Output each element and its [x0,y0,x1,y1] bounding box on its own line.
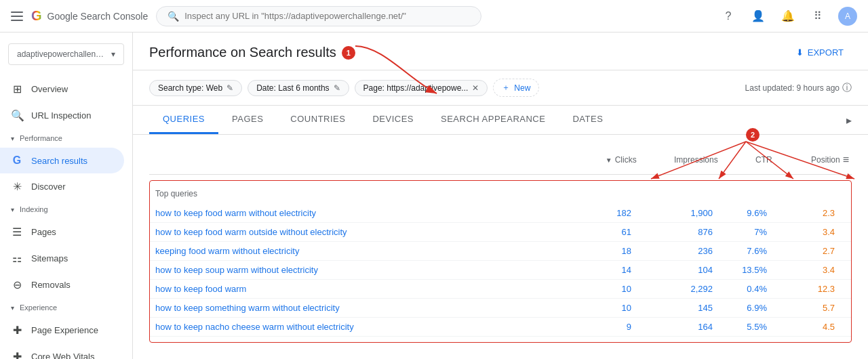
query-link[interactable]: how to keep food warm without electricit… [150,208,550,218]
tab-more-icon[interactable]: ▸ [846,114,852,127]
sidebar-item-label: Overview [31,84,68,94]
sidebar-item-label: Removals [31,280,71,290]
tab-search-appearance[interactable]: SEARCH APPEARANCE [427,106,559,134]
sidebar-item-page-experience[interactable]: ✚ Page Experience [0,317,124,343]
row-impressions: 2,292 [631,284,713,294]
row-ctr: 7.6% [713,246,767,256]
row-impressions: 876 [631,227,713,237]
section-label: Experience [20,303,57,312]
row-clicks: 10 [550,303,631,313]
filter-label: Page: https://adaptivepowe... [363,83,469,93]
url-search-bar[interactable]: 🔍 [156,6,481,26]
tab-dates[interactable]: DATES [559,106,616,134]
help-icon[interactable]: ? [719,7,738,26]
row-clicks: 10 [550,284,631,294]
tab-countries[interactable]: COUNTRIES [277,106,359,134]
tab-label: COUNTRIES [290,114,345,124]
edit-icon: ✎ [334,83,340,93]
sidebar-item-discover[interactable]: ✳ Discover [0,173,124,200]
new-filter-button[interactable]: ＋ New [493,79,539,97]
row-ctr: 7% [713,227,767,237]
account-settings-icon[interactable]: 👤 [749,7,768,26]
table-row: how to keep food warm 10 2,292 0.4% 12.3 [150,280,851,299]
sidebar-item-sitemaps[interactable]: ⚏ Sitemaps [0,245,124,272]
filter-label: Date: Last 6 months [256,83,329,93]
logo-g-icon: G [31,8,42,24]
table-row: how to keep soup warm without electricit… [150,261,851,280]
table-row: keeping food warm without electricity 18… [150,242,851,261]
url-search-input[interactable] [184,11,470,21]
row-position: 3.4 [767,265,835,275]
column-position: Position [772,155,840,165]
query-link[interactable]: how to keep nacho cheese warm without el… [150,322,550,332]
tab-label: DATES [572,114,603,124]
sidebar-item-label: Search results [31,156,87,166]
sidebar-item-label: Pages [31,227,56,237]
sidebar-item-url-inspection[interactable]: 🔍 URL Inspection [0,102,124,129]
table-row: how to keep food warm without electricit… [150,204,851,223]
indexing-section-header[interactable]: ▾ Indexing [0,200,132,219]
property-label: adaptivepowerchallenge.net [17,49,106,59]
expand-icon: ▾ [11,304,14,312]
query-link[interactable]: keeping food warm without electricity [150,246,550,256]
row-clicks: 9 [550,322,631,332]
row-position: 2.7 [767,246,835,256]
tab-queries[interactable]: QUERIES [149,106,218,134]
query-link[interactable]: how to keep food warm [150,284,550,294]
table-row: how to keep nacho cheese warm without el… [150,318,851,337]
row-clicks: 61 [550,227,631,237]
last-updated-text: Last updated: 9 hours ago [745,83,840,93]
sidebar-item-removals[interactable]: ⊖ Removals [0,272,124,298]
filter-page[interactable]: Page: https://adaptivepowe... ✕ [355,80,488,96]
sidebar-item-label: Page Experience [31,325,98,335]
row-position: 3.4 [767,227,835,237]
tab-label: PAGES [232,114,263,124]
row-clicks: 182 [550,208,631,218]
overview-icon: ⊞ [11,83,23,96]
notifications-icon[interactable]: 🔔 [778,7,797,26]
filter-search-type[interactable]: Search type: Web ✎ [149,80,242,96]
export-button[interactable]: ⬇ EXPORT [788,43,852,62]
expand-icon: ▾ [11,206,14,213]
sidebar-item-search-results[interactable]: G Search results [0,148,124,173]
removals-icon: ⊖ [11,278,23,291]
query-link[interactable]: how to keep soup warm without electricit… [150,265,550,275]
row-impressions: 104 [631,265,713,275]
hamburger-menu[interactable] [11,12,23,21]
last-updated: Last updated: 9 hours ago ⓘ [745,82,852,94]
performance-section-header[interactable]: ▾ Performance [0,129,132,148]
row-ctr: 9.6% [713,208,767,218]
query-link[interactable]: how to keep food warm outside without el… [150,227,550,237]
sort-icon: ▼ [606,156,612,164]
plus-icon: ＋ [502,82,510,93]
sidebar-item-core-web-vitals[interactable]: ✚ Core Web Vitals [0,343,124,359]
filters-row: Search type: Web ✎ Date: Last 6 months ✎… [133,70,868,106]
avatar[interactable]: A [838,7,857,26]
tab-label: SEARCH APPEARANCE [441,114,545,124]
table-row: how to keep food warm outside without el… [150,223,851,242]
section-label: Performance [20,134,62,142]
pages-icon: ☰ [11,226,23,238]
close-icon[interactable]: ✕ [472,83,479,93]
row-position: 4.5 [767,322,835,332]
property-selector[interactable]: adaptivepowerchallenge.net ▾ [8,43,124,65]
sidebar-item-pages[interactable]: ☰ Pages [0,219,124,245]
new-filter-label: New [514,83,530,93]
row-ctr: 6.9% [713,303,767,313]
tab-pages[interactable]: PAGES [218,106,277,134]
column-ctr: CTR [718,155,772,165]
url-inspection-icon: 🔍 [11,109,23,122]
tab-devices[interactable]: DEVICES [359,106,427,134]
filter-date[interactable]: Date: Last 6 months ✎ [248,80,349,96]
table-filter-button[interactable]: ≡ [840,151,852,169]
sidebar-item-label: Discover [31,182,66,192]
apps-icon[interactable]: ⠿ [808,7,827,26]
tab-label: DEVICES [372,114,414,124]
sidebar-item-label: URL Inspection [31,110,91,121]
query-link[interactable]: how to keep something warm without elect… [150,303,550,313]
top-queries-label: Top queries [150,186,851,204]
export-icon: ⬇ [796,47,804,58]
expand-icon: ▾ [11,135,14,142]
experience-section-header[interactable]: ▾ Experience [0,298,132,317]
sidebar-item-overview[interactable]: ⊞ Overview [0,76,124,102]
